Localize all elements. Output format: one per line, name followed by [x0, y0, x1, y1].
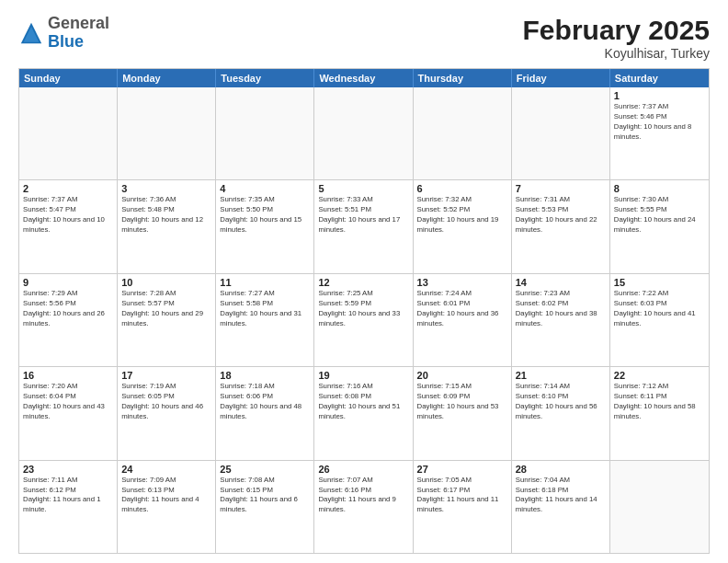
cal-header-wednesday: Wednesday: [314, 69, 413, 87]
day-number: 17: [121, 370, 211, 381]
day-info: Sunrise: 7:05 AM Sunset: 6:17 PM Dayligh…: [417, 476, 507, 516]
cal-cell: 18Sunrise: 7:18 AM Sunset: 6:06 PM Dayli…: [216, 367, 314, 459]
cal-cell: 3Sunrise: 7:36 AM Sunset: 5:48 PM Daylig…: [118, 180, 216, 272]
cal-header-monday: Monday: [118, 69, 216, 87]
day-number: 2: [23, 183, 113, 194]
day-number: 3: [121, 183, 211, 194]
day-info: Sunrise: 7:35 AM Sunset: 5:50 PM Dayligh…: [220, 195, 310, 236]
day-number: 4: [220, 183, 310, 194]
day-number: 16: [23, 370, 113, 381]
day-info: Sunrise: 7:30 AM Sunset: 5:55 PM Dayligh…: [614, 195, 705, 236]
cal-cell: 11Sunrise: 7:27 AM Sunset: 5:58 PM Dayli…: [216, 274, 314, 366]
day-info: Sunrise: 7:16 AM Sunset: 6:08 PM Dayligh…: [318, 382, 408, 422]
cal-cell: 7Sunrise: 7:31 AM Sunset: 5:53 PM Daylig…: [512, 180, 610, 272]
day-info: Sunrise: 7:19 AM Sunset: 6:05 PM Dayligh…: [121, 382, 211, 422]
cal-cell: [414, 87, 512, 179]
cal-cell: 28Sunrise: 7:04 AM Sunset: 6:18 PM Dayli…: [512, 461, 610, 553]
day-number: 12: [318, 277, 408, 288]
day-number: 22: [614, 370, 705, 381]
day-number: 14: [516, 277, 606, 288]
day-info: Sunrise: 7:18 AM Sunset: 6:06 PM Dayligh…: [220, 382, 310, 422]
cal-cell: 4Sunrise: 7:35 AM Sunset: 5:50 PM Daylig…: [216, 180, 314, 272]
day-number: 23: [23, 464, 113, 475]
cal-cell: 12Sunrise: 7:25 AM Sunset: 5:59 PM Dayli…: [314, 274, 413, 366]
cal-cell: 22Sunrise: 7:12 AM Sunset: 6:11 PM Dayli…: [610, 367, 709, 459]
cal-cell: 26Sunrise: 7:07 AM Sunset: 6:16 PM Dayli…: [314, 461, 413, 553]
day-info: Sunrise: 7:32 AM Sunset: 5:52 PM Dayligh…: [417, 195, 507, 236]
cal-cell: 8Sunrise: 7:30 AM Sunset: 5:55 PM Daylig…: [610, 180, 709, 272]
cal-cell: [512, 87, 610, 179]
day-info: Sunrise: 7:37 AM Sunset: 5:46 PM Dayligh…: [614, 102, 705, 143]
day-info: Sunrise: 7:36 AM Sunset: 5:48 PM Dayligh…: [121, 195, 211, 236]
cal-cell: [314, 87, 413, 179]
day-number: 21: [516, 370, 606, 381]
cal-cell: 20Sunrise: 7:15 AM Sunset: 6:09 PM Dayli…: [414, 367, 512, 459]
cal-week-1: 1Sunrise: 7:37 AM Sunset: 5:46 PM Daylig…: [19, 87, 709, 180]
cal-cell: [118, 87, 216, 179]
cal-cell: 1Sunrise: 7:37 AM Sunset: 5:46 PM Daylig…: [610, 87, 709, 179]
day-number: 1: [614, 90, 705, 101]
cal-cell: 19Sunrise: 7:16 AM Sunset: 6:08 PM Dayli…: [314, 367, 413, 459]
cal-cell: 2Sunrise: 7:37 AM Sunset: 5:47 PM Daylig…: [19, 180, 118, 272]
day-number: 11: [220, 277, 310, 288]
day-info: Sunrise: 7:04 AM Sunset: 6:18 PM Dayligh…: [516, 476, 606, 516]
cal-cell: 15Sunrise: 7:22 AM Sunset: 6:03 PM Dayli…: [610, 274, 709, 366]
day-info: Sunrise: 7:37 AM Sunset: 5:47 PM Dayligh…: [23, 195, 113, 236]
day-info: Sunrise: 7:29 AM Sunset: 5:56 PM Dayligh…: [23, 289, 113, 329]
cal-cell: 10Sunrise: 7:28 AM Sunset: 5:57 PM Dayli…: [118, 274, 216, 366]
day-number: 20: [417, 370, 507, 381]
cal-cell: 6Sunrise: 7:32 AM Sunset: 5:52 PM Daylig…: [414, 180, 512, 272]
cal-cell: [216, 87, 314, 179]
cal-week-2: 2Sunrise: 7:37 AM Sunset: 5:47 PM Daylig…: [19, 180, 709, 273]
cal-cell: 9Sunrise: 7:29 AM Sunset: 5:56 PM Daylig…: [19, 274, 118, 366]
day-info: Sunrise: 7:22 AM Sunset: 6:03 PM Dayligh…: [614, 289, 705, 329]
day-info: Sunrise: 7:23 AM Sunset: 6:02 PM Dayligh…: [516, 289, 606, 329]
day-info: Sunrise: 7:27 AM Sunset: 5:58 PM Dayligh…: [220, 289, 310, 329]
day-number: 5: [318, 183, 408, 194]
cal-cell: 23Sunrise: 7:11 AM Sunset: 6:12 PM Dayli…: [19, 461, 118, 553]
cal-cell: 27Sunrise: 7:05 AM Sunset: 6:17 PM Dayli…: [414, 461, 512, 553]
cal-week-5: 23Sunrise: 7:11 AM Sunset: 6:12 PM Dayli…: [19, 461, 709, 553]
cal-cell: 14Sunrise: 7:23 AM Sunset: 6:02 PM Dayli…: [512, 274, 610, 366]
day-number: 24: [121, 464, 211, 475]
cal-cell: 21Sunrise: 7:14 AM Sunset: 6:10 PM Dayli…: [512, 367, 610, 459]
calendar-body: 1Sunrise: 7:37 AM Sunset: 5:46 PM Daylig…: [19, 87, 709, 553]
calendar: SundayMondayTuesdayWednesdayThursdayFrid…: [18, 68, 710, 554]
day-number: 28: [516, 464, 606, 475]
day-number: 7: [516, 183, 606, 194]
day-number: 9: [23, 277, 113, 288]
logo-blue: Blue: [48, 32, 84, 51]
header: General Blue February 2025 Koyulhisar, T…: [18, 15, 710, 61]
day-info: Sunrise: 7:33 AM Sunset: 5:51 PM Dayligh…: [318, 195, 408, 236]
cal-week-3: 9Sunrise: 7:29 AM Sunset: 5:56 PM Daylig…: [19, 274, 709, 367]
cal-cell: 17Sunrise: 7:19 AM Sunset: 6:05 PM Dayli…: [118, 367, 216, 459]
day-info: Sunrise: 7:24 AM Sunset: 6:01 PM Dayligh…: [417, 289, 507, 329]
day-info: Sunrise: 7:12 AM Sunset: 6:11 PM Dayligh…: [614, 382, 705, 422]
cal-cell: 5Sunrise: 7:33 AM Sunset: 5:51 PM Daylig…: [314, 180, 413, 272]
cal-cell: 13Sunrise: 7:24 AM Sunset: 6:01 PM Dayli…: [414, 274, 512, 366]
day-number: 10: [121, 277, 211, 288]
calendar-title: February 2025: [523, 15, 710, 46]
day-info: Sunrise: 7:28 AM Sunset: 5:57 PM Dayligh…: [121, 289, 211, 329]
logo: General Blue: [18, 15, 109, 52]
day-info: Sunrise: 7:31 AM Sunset: 5:53 PM Dayligh…: [516, 195, 606, 236]
cal-header-sunday: Sunday: [19, 69, 118, 87]
day-number: 15: [614, 277, 705, 288]
day-info: Sunrise: 7:07 AM Sunset: 6:16 PM Dayligh…: [318, 476, 408, 516]
day-info: Sunrise: 7:11 AM Sunset: 6:12 PM Dayligh…: [23, 476, 113, 516]
page: General Blue February 2025 Koyulhisar, T…: [0, 0, 728, 563]
day-info: Sunrise: 7:20 AM Sunset: 6:04 PM Dayligh…: [23, 382, 113, 422]
day-number: 13: [417, 277, 507, 288]
cal-cell: 16Sunrise: 7:20 AM Sunset: 6:04 PM Dayli…: [19, 367, 118, 459]
title-block: February 2025 Koyulhisar, Turkey: [523, 15, 710, 61]
cal-header-friday: Friday: [512, 69, 610, 87]
cal-header-tuesday: Tuesday: [216, 69, 314, 87]
cal-week-4: 16Sunrise: 7:20 AM Sunset: 6:04 PM Dayli…: [19, 367, 709, 460]
cal-cell: 25Sunrise: 7:08 AM Sunset: 6:15 PM Dayli…: [216, 461, 314, 553]
day-number: 6: [417, 183, 507, 194]
cal-cell: [610, 461, 709, 553]
day-number: 8: [614, 183, 705, 194]
cal-header-saturday: Saturday: [610, 69, 709, 87]
logo-icon: [18, 20, 44, 46]
day-number: 27: [417, 464, 507, 475]
